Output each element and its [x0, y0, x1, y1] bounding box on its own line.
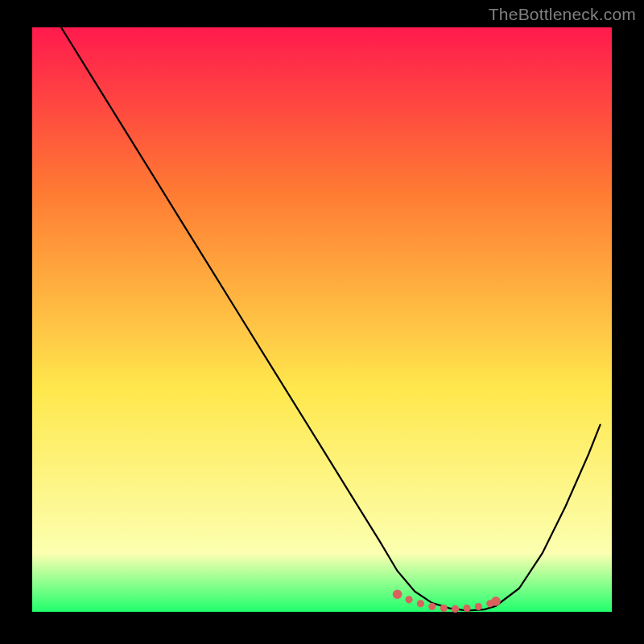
- low-band-dot: [393, 589, 402, 599]
- low-band-dot: [405, 596, 412, 603]
- chart-container: TheBottleneck.com: [0, 0, 644, 644]
- low-band-dot: [475, 603, 482, 610]
- low-band-dot: [428, 603, 436, 610]
- low-band-dot: [463, 605, 470, 612]
- plot-background: [32, 27, 612, 612]
- low-band-dot: [491, 597, 501, 606]
- watermark-text: TheBottleneck.com: [489, 5, 636, 24]
- low-band-dot: [417, 600, 424, 607]
- bottleneck-chart-svg: [0, 0, 644, 644]
- low-band-dot: [440, 605, 448, 612]
- low-band-dot: [452, 605, 459, 613]
